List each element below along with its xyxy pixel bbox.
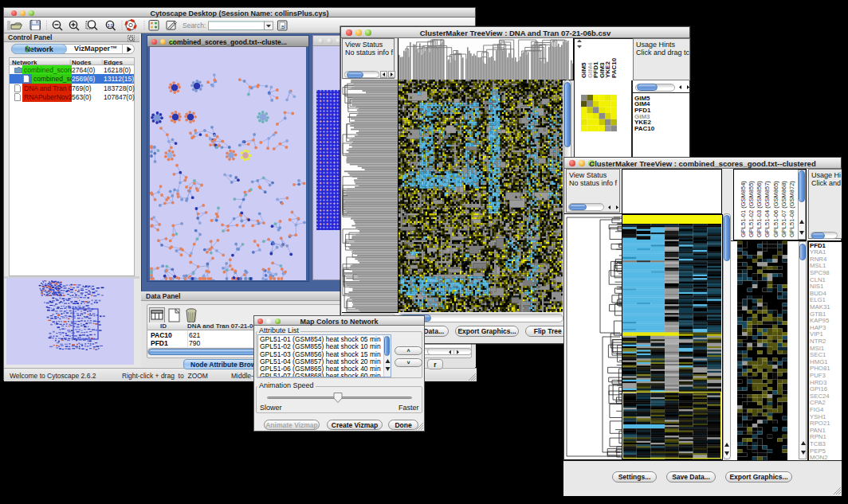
svg-text:GPL51-06 (GSM865): GPL51-06 (GSM865) (772, 181, 779, 237)
svg-text:Search:: Search: (183, 21, 206, 29)
svg-text:GPL51-01 (GSM854): GPL51-01 (GSM854) (740, 181, 747, 237)
svg-text:GPL51-03 (GSM856): GPL51-03 (GSM856) (756, 181, 763, 237)
svg-text:PAC10: PAC10 (610, 57, 618, 78)
svg-text:GPL51-08 (GSM872): GPL51-08 (GSM872) (788, 181, 795, 237)
svg-text:GPL51-02 (GSM855): GPL51-02 (GSM855) (748, 181, 755, 237)
svg-text:B: B (281, 25, 285, 29)
svg-text:1:1: 1:1 (108, 24, 113, 28)
svg-text:GPL51-07 (GSM868): GPL51-07 (GSM868) (780, 181, 787, 237)
svg-text:GPL51-04 (GSM857): GPL51-04 (GSM857) (764, 181, 771, 237)
